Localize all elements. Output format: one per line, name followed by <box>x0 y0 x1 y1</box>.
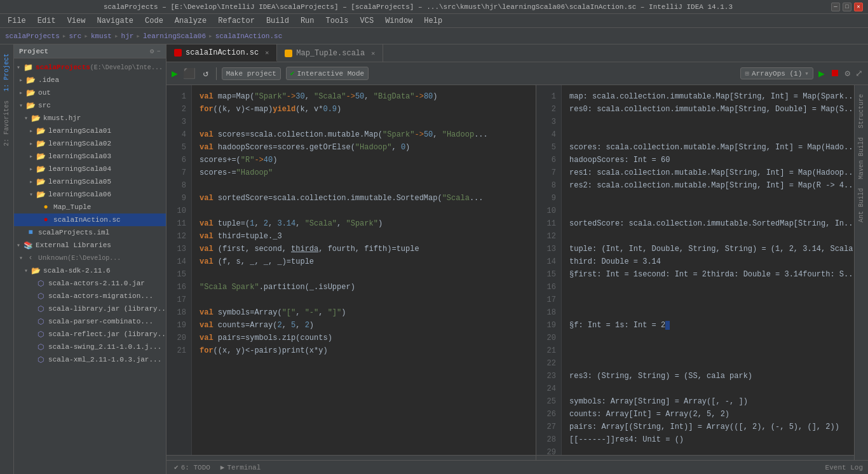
make-project-button[interactable]: Make project <box>222 67 281 80</box>
tree-item-scala06[interactable]: ▾ 📂 learningScala06 <box>14 188 166 201</box>
tree-item-scala-sdk[interactable]: ▾ 📂 scala-sdk-2.11.6 <box>14 264 166 277</box>
tab-scalainaction[interactable]: scalaInAction.sc ✕ <box>166 44 277 62</box>
tree-item-kmust[interactable]: ▾ 📂 kmust.hjr <box>14 112 166 125</box>
tree-item-iml[interactable]: ▸ ■ scalaProjects.iml <box>14 226 166 239</box>
maximize-button[interactable]: □ <box>843 3 851 11</box>
tree-item-jar7[interactable]: ▸ ⬡ scala-xml_2.11-1.0.3.jar... <box>14 353 166 366</box>
restart-button[interactable]: ↺ <box>201 69 211 79</box>
settings-toolbar-icon[interactable]: ⚙ <box>845 68 850 79</box>
breadcrumb-hjr[interactable]: hjr <box>121 32 134 40</box>
folder-icon: 📂 <box>36 177 46 187</box>
tree-item-out[interactable]: ▸ 📂 out <box>14 86 166 99</box>
expand-toolbar-icon[interactable]: ⤢ <box>855 68 863 79</box>
menu-vcs[interactable]: VCS <box>355 15 379 27</box>
project-settings-icon[interactable]: ⚙ <box>150 47 154 55</box>
tree-item-idea[interactable]: ▸ 📂 .idea <box>14 74 166 86</box>
make-project-label: Make project <box>226 70 276 78</box>
breadcrumb-file[interactable]: scalaInAction.sc <box>215 32 283 40</box>
breadcrumb-src[interactable]: src <box>69 32 81 40</box>
event-log-label: Event Log <box>825 464 863 471</box>
todo-tab[interactable]: ✔ 6: TODO <box>172 462 213 473</box>
interactive-mode-button[interactable]: ✔ Interactive Mode <box>286 67 369 80</box>
tree-item-jar2[interactable]: ▸ ⬡ scala-actors-migration... <box>14 290 166 302</box>
stop-toolbar-button[interactable]: ⏹ <box>830 67 840 79</box>
tree-item-jar3[interactable]: ▸ ⬡ scala-library.jar (library... <box>14 302 166 315</box>
tree-item-src[interactable]: ▾ 📂 src <box>14 99 166 112</box>
terminal-icon: ▶ <box>220 463 225 471</box>
jar-icon: ⬡ <box>36 329 46 339</box>
event-log[interactable]: Event Log <box>825 464 863 471</box>
tree-item-unknown[interactable]: ▾ ‹ Unknown (E:\Develop... <box>14 252 166 264</box>
terminal-tab[interactable]: ▶ Terminal <box>218 462 263 473</box>
project-tree: ▾ 📁 scalaProjects (E:\Develop\Inte... ▸ … <box>14 58 166 474</box>
terminal-label: Terminal <box>227 464 261 471</box>
arrayops-button[interactable]: ⊞ ArrayOps (1) ▾ <box>740 67 813 79</box>
menu-edit[interactable]: Edit <box>32 15 61 27</box>
tree-item-root[interactable]: ▾ 📁 scalaProjects (E:\Develop\Inte... <box>14 61 166 74</box>
tree-item-scala02[interactable]: ▸ 📂 learningScala02 <box>14 137 166 150</box>
project-panel: Project ⚙ – ▾ 📁 scalaProjects (E:\Develo… <box>14 44 166 474</box>
folder-icon: 📂 <box>36 126 46 136</box>
side-panel-right: Structure Maven Build Ant Build <box>854 85 868 460</box>
breadcrumb-kmust[interactable]: kmust <box>91 32 112 40</box>
menu-tools[interactable]: Tools <box>321 15 354 27</box>
tree-item-scalainaction[interactable]: ▸ ● scalaInAction.sc <box>14 213 166 226</box>
unknown-icon: ‹ <box>25 253 36 263</box>
bottom-bar: ✔ 6: TODO ▶ Terminal Event Log <box>166 460 868 474</box>
jar-icon: ⬡ <box>36 291 46 301</box>
tree-item-jar1[interactable]: ▸ ⬡ scala-actors-2.11.0.jar <box>14 277 166 290</box>
menu-run[interactable]: Run <box>295 15 320 27</box>
code-editor[interactable]: 12345 678910 1112131415 1617181920 21 va… <box>166 85 536 460</box>
output-text: map: scala.collection.immutable.Map[Stri… <box>562 85 854 455</box>
minimize-button[interactable]: ─ <box>831 3 840 11</box>
output-content: 12345 678910 1112131415 1617181920 21222… <box>536 85 854 455</box>
code-text[interactable]: val map=Map("Spark"->30, "Scala"->50, "B… <box>192 85 536 455</box>
window-controls[interactable]: ─ □ ✕ <box>831 3 863 11</box>
menu-window[interactable]: Window <box>380 15 417 27</box>
tree-item-jar5[interactable]: ▸ ⬡ scala-reflect.jar (library... <box>14 328 166 341</box>
stop-button[interactable]: ⬛ <box>183 67 196 80</box>
project-panel-header: Project ⚙ – <box>14 44 166 58</box>
project-collapse-icon[interactable]: – <box>156 47 161 55</box>
tree-item-scala03[interactable]: ▸ 📂 learningScala03 <box>14 150 166 163</box>
todo-label: 6: TODO <box>181 464 210 471</box>
sc-file-icon: ● <box>41 215 51 225</box>
breadcrumb-root[interactable]: scalaProjects <box>5 32 60 40</box>
tab-close-maptuple[interactable]: ✕ <box>371 50 375 57</box>
panel-ant[interactable]: Ant Build <box>857 184 866 226</box>
close-button[interactable]: ✕ <box>854 3 863 11</box>
folder-icon: 📂 <box>25 100 36 111</box>
menu-build[interactable]: Build <box>261 15 294 27</box>
tree-item-jar4[interactable]: ▸ ⬡ scala-parser-combinato... <box>14 315 166 328</box>
menu-refactor[interactable]: Refactor <box>213 15 260 27</box>
tree-item-scala04[interactable]: ▸ 📂 learningScala04 <box>14 163 166 175</box>
tree-item-scala01[interactable]: ▸ 📂 learningScala01 <box>14 125 166 137</box>
panel-maven[interactable]: Maven Build <box>857 133 866 183</box>
menu-navigate[interactable]: Navigate <box>92 15 139 27</box>
run-button[interactable]: ▶ <box>172 67 178 80</box>
panel-project[interactable]: 1: Project <box>2 50 11 95</box>
tab-bar: scalaInAction.sc ✕ Map_Tuple.scala ✕ <box>166 44 868 62</box>
toolbar: ▶ ⬛ ↺ Make project ✔ Interactive Mode ⊞ … <box>166 62 868 85</box>
breadcrumb-bar: scalaProjects ▸ src ▸ kmust ▸ hjr ▸ lear… <box>0 28 868 44</box>
menu-view[interactable]: View <box>62 15 91 27</box>
output-line-numbers: 12345 678910 1112131415 1617181920 21222… <box>536 85 562 455</box>
tree-item-map-tuple[interactable]: ▸ ● Map_Tuple <box>14 201 166 213</box>
panel-favorites[interactable]: 2: Favorites <box>2 97 11 150</box>
menu-code[interactable]: Code <box>140 15 168 27</box>
menu-analyze[interactable]: Analyze <box>170 15 212 27</box>
panel-structure[interactable]: Structure <box>857 90 866 132</box>
tree-item-jar6[interactable]: ▸ ⬡ scala-swing_2.11-1.0.1.j... <box>14 341 166 353</box>
tree-item-scala05[interactable]: ▸ 📂 learningScala05 <box>14 175 166 188</box>
jar-icon: ⬡ <box>36 316 46 327</box>
tree-item-extlibs[interactable]: ▾ 📚 External Libraries <box>14 239 166 252</box>
run-toolbar-button[interactable]: ▶ <box>818 67 825 80</box>
tab-close-scalainaction[interactable]: ✕ <box>265 49 269 57</box>
menu-help[interactable]: Help <box>419 15 447 27</box>
side-panel-left: 1: Project 2: Favorites <box>0 44 14 474</box>
breadcrumb-scala06[interactable]: learningScala06 <box>143 32 206 40</box>
menu-file[interactable]: File <box>3 15 31 27</box>
folder-icon: 📂 <box>36 164 46 174</box>
tab-maptuple[interactable]: Map_Tuple.scala ✕ <box>277 44 383 62</box>
code-content[interactable]: 12345 678910 1112131415 1617181920 21 va… <box>166 85 536 455</box>
